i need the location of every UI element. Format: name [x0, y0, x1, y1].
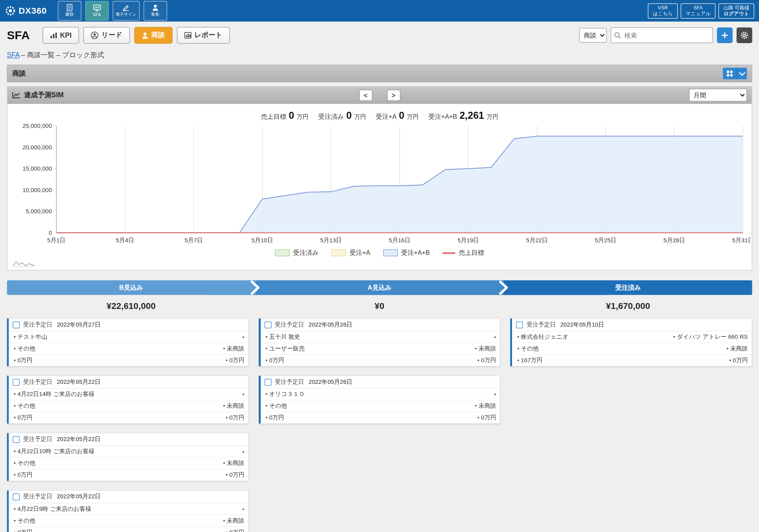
deal-amount: 167万円: [517, 356, 542, 365]
card-row: ユーザー販売未商談: [261, 343, 500, 355]
order-date-value: 2022年05月10日: [560, 321, 604, 329]
card-checkbox[interactable]: [13, 379, 20, 386]
deal-amount-2: 0万円: [478, 356, 496, 365]
legend-swatch: [331, 249, 346, 256]
order-date-value: 2022年05月26日: [309, 378, 352, 386]
tab-report[interactable]: レポート: [177, 27, 230, 44]
forecast-panel: 達成予測SIM < > 月間 売上目標 0 万円 受注済み 0 万円 受注+A: [7, 86, 752, 271]
card-row: 0万円0万円: [9, 412, 249, 423]
chevron-down-icon[interactable]: [737, 68, 747, 80]
nav-tile-marketing[interactable]: 集客: [143, 1, 167, 21]
card-checkbox[interactable]: [265, 321, 272, 328]
svg-text:5月25日: 5月25日: [595, 237, 616, 243]
legend-label: 受注+A: [350, 249, 370, 258]
tab-lead[interactable]: リード: [84, 27, 130, 44]
legend-item-won[interactable]: 受注済み: [275, 249, 319, 258]
deal-card[interactable]: 受注予定日 2022年05月22日 4月22日9時 ご来店のお客様 その他未商談…: [7, 490, 249, 532]
deal-status: 未商談: [223, 459, 244, 467]
card-row: 五十川 敦史: [261, 331, 500, 343]
chart-legend: 受注済み 受注+A 受注+A+B 売上目標: [7, 245, 752, 258]
nav-tile-esign[interactable]: 電子サイン: [113, 1, 140, 21]
card-checkbox[interactable]: [13, 321, 20, 328]
manual-line1: SFA: [694, 5, 703, 11]
legend-item-won-a-b[interactable]: 受注+A+B: [383, 249, 430, 258]
stage-b-prospect[interactable]: B見込み: [7, 280, 256, 295]
deal-type: その他: [14, 517, 35, 525]
toolbar-right: 商談: [579, 27, 752, 43]
vsr-link-button[interactable]: VSR はこちら: [648, 3, 678, 18]
view-toggle-button[interactable]: [723, 68, 747, 80]
card-checkbox[interactable]: [13, 493, 20, 500]
card-head: 受注予定日 2022年05月26日: [261, 319, 500, 332]
stage-label: 受注済み: [615, 283, 641, 292]
nav-tile-sfa[interactable]: SFA: [85, 1, 109, 21]
deal-card[interactable]: 受注予定日 2022年05月22日 4月22日14時 ご来店のお客様 その他未商…: [7, 376, 249, 424]
card-checkbox[interactable]: [265, 379, 272, 386]
deal-card[interactable]: 受注予定日 2022年05月10日 株式会社ジェニオダイハツ アトレー 660 …: [510, 318, 752, 367]
column-b-prospect: 受注予定日 2022年05月27日 テスト中山 その他未商談 0万円0万円 受注…: [7, 318, 249, 532]
logout-button[interactable]: 山路 可義様 ログアウト: [719, 3, 754, 18]
nav-tile-label: 集客: [151, 12, 159, 18]
card-row: その他未商談: [9, 458, 249, 470]
card-head: 受注予定日 2022年05月27日: [9, 319, 249, 332]
deal-card[interactable]: 受注予定日 2022年05月26日 五十川 敦史 ユーザー販売未商談 0万円0万…: [259, 318, 501, 367]
deal-status: 未商談: [223, 402, 244, 410]
tab-group: KPI リード 商談 レポート: [42, 27, 229, 44]
stat-label: 受注済み: [318, 112, 344, 121]
deal-amount: 0万円: [14, 528, 33, 532]
vsr-line2: はこちら: [653, 11, 673, 17]
add-button[interactable]: [717, 27, 733, 43]
deal-card[interactable]: 受注予定日 2022年05月27日 テスト中山 その他未商談 0万円0万円: [7, 318, 249, 367]
order-date-label: 受注予定日: [275, 378, 304, 386]
svg-text:5月22日: 5月22日: [526, 237, 548, 243]
deal-amount-2: 0万円: [226, 471, 245, 479]
brand[interactable]: DX360: [5, 5, 47, 16]
legend-label: 売上目標: [459, 249, 484, 258]
stage-a-prospect[interactable]: A見込み: [255, 280, 504, 295]
deal-name: 五十川 敦史: [265, 333, 300, 341]
prev-period-button[interactable]: <: [359, 89, 372, 101]
pen-signature-icon: [122, 4, 130, 11]
stat-label: 受注+A+B: [429, 112, 457, 121]
sfa-manual-button[interactable]: SFA マニュアル: [681, 3, 715, 18]
deal-card[interactable]: 受注予定日 2022年05月26日 オリコ３１０ その他未商談 0万円0万円: [259, 376, 501, 424]
svg-text:5月10日: 5月10日: [252, 237, 273, 243]
deal-product: [242, 391, 244, 398]
tab-label: KPI: [60, 31, 71, 39]
search-icon: [614, 32, 621, 39]
stage-won[interactable]: 受注済み: [504, 280, 752, 295]
legend-swatch: [383, 249, 398, 256]
settings-button[interactable]: [737, 27, 752, 43]
svg-text:5月28日: 5月28日: [663, 237, 685, 243]
search-target-select[interactable]: 商談: [579, 28, 607, 43]
tab-kpi[interactable]: KPI: [42, 27, 79, 44]
breadcrumb-link-sfa[interactable]: SFA: [7, 51, 20, 59]
card-row: その他未商談: [512, 343, 752, 355]
deal-status: 未商談: [223, 517, 244, 525]
deal-amount: 0万円: [14, 356, 33, 365]
stage-label: A見込み: [368, 283, 392, 292]
nav-tile-documents[interactable]: 書類: [58, 1, 81, 21]
order-date-label: 受注予定日: [23, 492, 53, 501]
deal-card[interactable]: 受注予定日 2022年05月22日 4月22日10時 ご来店のお客様 その他未商…: [7, 433, 249, 481]
stat-value: 2,261: [459, 110, 484, 121]
deal-type: ユーザー販売: [265, 345, 305, 353]
deal-product: [242, 505, 244, 512]
legend-item-won-a[interactable]: 受注+A: [331, 249, 370, 258]
next-period-button[interactable]: >: [387, 89, 400, 101]
document-icon: [66, 4, 73, 11]
deal-name: 4月22日10時 ご来店のお客様: [14, 447, 94, 456]
stat-value: 0: [346, 110, 352, 121]
search-input[interactable]: [623, 31, 710, 39]
order-date-value: 2022年05月22日: [57, 435, 101, 443]
card-row: 4月22日9時 ご来店のお客様: [9, 503, 249, 515]
toolbar: SFA KPI リード 商談: [0, 22, 759, 48]
legend-item-target[interactable]: 売上目標: [443, 249, 484, 258]
deal-amount: 0万円: [14, 414, 33, 422]
grid-view-icon[interactable]: [723, 68, 737, 80]
card-checkbox[interactable]: [13, 436, 20, 443]
tab-deals[interactable]: 商談: [134, 27, 172, 44]
period-select[interactable]: 月間: [689, 89, 747, 102]
chart-navigator-thumbnail[interactable]: [12, 259, 752, 267]
card-checkbox[interactable]: [516, 321, 523, 328]
